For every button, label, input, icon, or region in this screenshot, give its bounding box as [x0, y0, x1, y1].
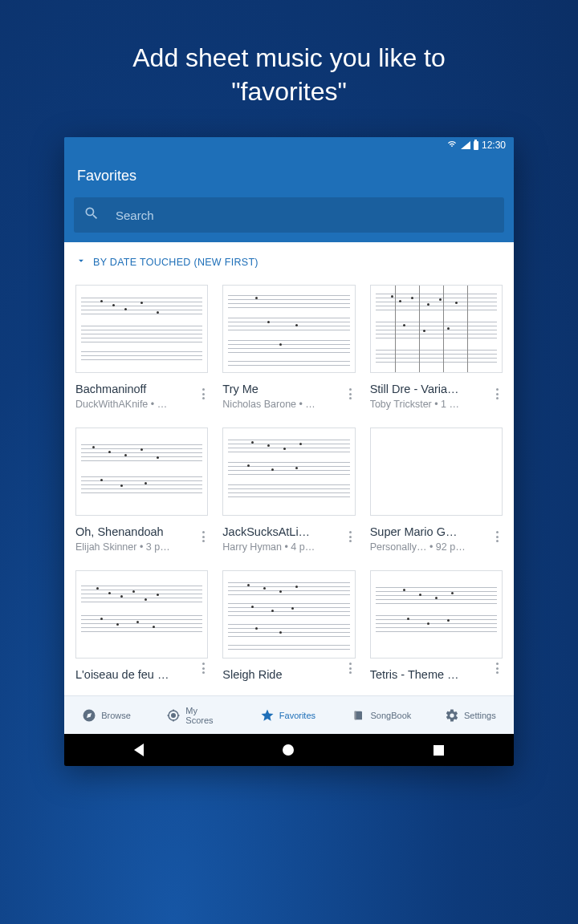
score-title: Still Dre - Varia… — [370, 383, 503, 395]
score-thumbnail — [222, 428, 355, 516]
nav-label: Favorites — [279, 711, 315, 720]
svg-point-1 — [172, 713, 176, 717]
score-title: L'oiseau de feu … — [75, 668, 208, 681]
nav-label: Browse — [101, 711, 131, 720]
sort-label: BY DATE TOUCHED (NEW FIRST) — [93, 257, 258, 268]
score-subtitle: Harry Hyman • 4 p… — [222, 541, 355, 553]
score-thumbnail — [222, 285, 355, 373]
bottom-nav: Browse My Scores Favorites SongBook — [64, 695, 514, 734]
search-icon — [83, 205, 100, 225]
score-card[interactable]: Bachmaninoff DuckWithAKnife • … — [75, 285, 208, 410]
score-card[interactable]: L'oiseau de feu … — [75, 570, 208, 684]
score-title: JackSucksAtLi… — [222, 525, 355, 538]
score-card[interactable]: Try Me Nicholas Barone • … — [222, 285, 355, 410]
score-card[interactable]: Still Dre - Varia… Toby Trickster • 1 … — [370, 285, 503, 410]
score-thumbnail — [370, 570, 503, 659]
score-thumbnail — [75, 428, 208, 516]
promo-line1: Add sheet music you like to — [132, 43, 446, 72]
score-thumbnail — [75, 570, 208, 659]
score-thumbnail — [222, 570, 355, 659]
more-icon[interactable] — [195, 657, 211, 679]
wifi-icon — [446, 140, 458, 151]
target-icon — [166, 708, 181, 723]
score-card[interactable]: Tetris - Theme … — [370, 570, 503, 684]
nav-label: My Scores — [185, 706, 224, 725]
nav-favorites[interactable]: Favorites — [260, 708, 315, 723]
more-icon[interactable] — [343, 383, 359, 405]
gear-icon — [445, 708, 459, 723]
android-home-button[interactable] — [283, 744, 294, 756]
more-icon[interactable] — [490, 525, 506, 548]
more-icon[interactable] — [343, 657, 359, 679]
score-subtitle: Nicholas Barone • … — [222, 399, 355, 410]
score-subtitle: DuckWithAKnife • … — [75, 399, 208, 410]
more-icon[interactable] — [490, 383, 506, 405]
star-icon — [260, 708, 275, 723]
android-back-button[interactable] — [134, 744, 144, 756]
promo-headline: Add sheet music you like to "favorites" — [0, 0, 578, 137]
score-card[interactable]: JackSucksAtLi… Harry Hyman • 4 p… — [222, 428, 355, 553]
score-subtitle: Toby Trickster • 1 … — [370, 399, 503, 410]
scores-grid: Bachmaninoff DuckWithAKnife • … Try Me N… — [64, 277, 514, 695]
status-time: 12:30 — [482, 140, 506, 151]
search-bar[interactable] — [74, 197, 504, 233]
nav-my-scores[interactable]: My Scores — [166, 706, 224, 725]
sort-dropdown[interactable]: BY DATE TOUCHED (NEW FIRST) — [64, 242, 514, 277]
more-icon[interactable] — [490, 657, 506, 679]
page-title: Favorites — [64, 153, 514, 197]
score-title: Super Mario G… — [370, 525, 503, 538]
chevron-down-icon — [75, 255, 87, 269]
score-subtitle: Personally… • 92 p… — [370, 541, 503, 553]
score-thumbnail — [75, 285, 208, 373]
score-title: Bachmaninoff — [75, 383, 208, 395]
status-bar: 12:30 — [64, 137, 514, 153]
more-icon[interactable] — [195, 525, 211, 548]
score-card[interactable]: Super Mario G… Personally… • 92 p… — [370, 428, 503, 553]
score-title: Oh, Shenandoah — [75, 525, 208, 538]
book-icon — [352, 708, 366, 723]
score-title: Tetris - Theme … — [370, 668, 503, 681]
more-icon[interactable] — [343, 525, 359, 548]
android-recent-button[interactable] — [434, 745, 444, 756]
score-subtitle: Elijah Skinner • 3 p… — [75, 541, 208, 553]
score-card[interactable]: Oh, Shenandoah Elijah Skinner • 3 p… — [75, 428, 208, 553]
compass-icon — [82, 708, 96, 723]
search-input[interactable] — [116, 209, 495, 222]
android-nav-bar — [64, 734, 514, 766]
more-icon[interactable] — [195, 383, 211, 405]
nav-songbook[interactable]: SongBook — [352, 708, 409, 723]
signal-icon — [461, 141, 470, 149]
device-frame: 12:30 Favorites BY DATE TOUCHED (NEW FIR… — [64, 137, 514, 766]
nav-label: SongBook — [371, 711, 409, 720]
score-thumbnail — [370, 285, 503, 373]
svg-rect-2 — [354, 711, 356, 719]
score-card[interactable]: Sleigh Ride — [222, 570, 355, 684]
nav-label: Settings — [464, 711, 496, 720]
score-thumbnail — [370, 428, 503, 516]
content-area: BY DATE TOUCHED (NEW FIRST) Bachmaninoff… — [64, 242, 514, 734]
score-title: Try Me — [222, 383, 355, 395]
nav-settings[interactable]: Settings — [445, 708, 496, 723]
promo-line2: "favorites" — [231, 77, 347, 106]
score-title: Sleigh Ride — [222, 668, 355, 681]
nav-browse[interactable]: Browse — [82, 708, 131, 723]
battery-icon — [474, 141, 478, 150]
